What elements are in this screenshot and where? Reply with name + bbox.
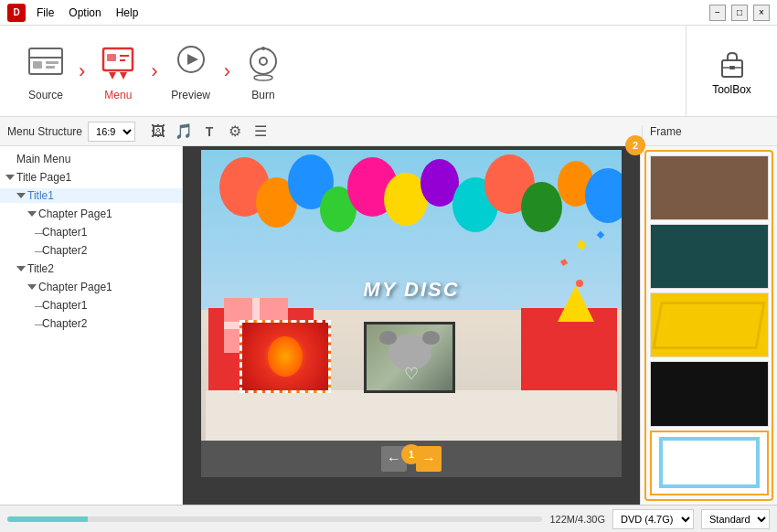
toolbox-icon — [714, 47, 750, 83]
menu-structure-label: Menu Structure — [7, 125, 82, 138]
expand-chapterpage1-t1[interactable] — [26, 211, 38, 217]
frame-yellow-fill — [651, 293, 768, 356]
svg-point-16 — [254, 75, 272, 80]
chapterpage1-t2-text: Chapter Page1 — [38, 281, 112, 293]
music-icon[interactable]: 🎵 — [174, 122, 194, 142]
toolbox-svg-icon — [715, 48, 750, 82]
status-bar: 122M/4.30G DVD (4.7G) DVD (8.5G) Blu-ray… — [0, 505, 777, 532]
menu-icon-wrapper — [96, 41, 140, 85]
layers-icon[interactable]: ☰ — [250, 122, 271, 142]
text-icon[interactable]: T — [199, 122, 219, 142]
frame-brown[interactable] — [650, 155, 769, 220]
title2-text: Title2 — [27, 262, 54, 275]
chapter2-t1-text: Chapter2 — [42, 244, 87, 257]
tree-item-chapter1-t2[interactable]: — Chapter1 — [0, 296, 182, 314]
status-progress-bar — [7, 516, 542, 522]
close-btn[interactable]: × — [753, 5, 770, 21]
image-icon[interactable]: 🖼 — [148, 122, 168, 142]
tree-item-chapterpage1-t1[interactable]: Chapter Page1 — [0, 205, 182, 223]
preview-nav: 1 ← → — [201, 441, 622, 477]
tree-item-chapter2-t1[interactable]: — Chapter2 — [0, 241, 182, 260]
disc-title: MY DISC — [363, 278, 459, 302]
toolbar-menu[interactable]: Menu — [81, 35, 154, 108]
app-logo: D — [7, 4, 26, 22]
preview-icon — [171, 45, 211, 81]
disc-type-select[interactable]: DVD (4.7G) DVD (8.5G) Blu-ray 25G — [612, 509, 694, 529]
svg-rect-2 — [33, 61, 42, 69]
toolbar-arrow-1: › — [79, 59, 85, 83]
frame-brown-fill — [651, 156, 768, 219]
source-icon — [26, 45, 66, 81]
maximize-btn[interactable]: □ — [731, 5, 748, 21]
expand-titlepage1[interactable] — [4, 175, 16, 180]
toolbox-badge: 2 — [625, 135, 645, 155]
chapter1-t2-text: Chapter1 — [42, 299, 87, 312]
svg-rect-19 — [729, 66, 735, 69]
menu-icon — [98, 45, 138, 81]
menu-help[interactable]: Help — [116, 6, 139, 19]
source-icon-wrapper — [24, 41, 68, 85]
frame-white-border[interactable] — [650, 431, 769, 495]
minimize-btn[interactable]: − — [709, 5, 726, 21]
tree-panel: Main Menu Title Page1 Title1 Chapter Pag… — [0, 146, 183, 505]
toolbox-frames-scroll — [644, 150, 773, 501]
burn-label: Burn — [251, 89, 274, 101]
source-label: Source — [28, 89, 63, 101]
titlepage1-text: Title Page1 — [16, 171, 71, 184]
tree-item-title1[interactable]: Title1 — [0, 186, 182, 205]
tree-item-chapter1-t1[interactable]: — Chapter1 — [0, 223, 182, 241]
tree-item-mainmenu[interactable]: Main Menu — [0, 150, 182, 168]
secondary-toolbar: Menu Structure 16:9 4:3 🖼 🎵 T ⚙ ☰ Frame — [0, 117, 777, 146]
sec-toolbar-icons: 🖼 🎵 T ⚙ ☰ — [148, 122, 271, 142]
chapterpage1-t1-text: Chapter Page1 — [38, 207, 112, 220]
file-size: 122M/4.30G — [549, 514, 605, 525]
tree-item-chapterpage1-t2[interactable]: Chapter Page1 — [0, 278, 182, 296]
tree-item-title2[interactable]: Title2 — [0, 260, 182, 278]
menu-option[interactable]: Option — [69, 6, 101, 19]
burn-icon — [243, 45, 283, 81]
burn-icon-wrapper — [241, 41, 285, 85]
toolbar-preview[interactable]: Preview — [154, 35, 228, 108]
yellow-parallelogram — [653, 302, 766, 349]
frame-teal[interactable] — [650, 224, 769, 289]
preview-label: Preview — [171, 89, 210, 101]
preview-area: MY DISC ♡ 1 ← → — [183, 146, 640, 505]
frame-black-fill — [651, 362, 768, 425]
settings-icon[interactable]: ⚙ — [225, 122, 245, 142]
frame-teal-fill — [651, 225, 768, 288]
toolbar-burn[interactable]: Burn — [227, 35, 300, 108]
title1-text: Title1 — [27, 189, 54, 202]
quality-select[interactable]: Standard High Low — [701, 509, 770, 529]
nav-badge: 1 — [401, 444, 421, 464]
expand-title1[interactable] — [15, 193, 27, 198]
frame-yellow[interactable] — [650, 293, 769, 357]
preview-canvas: MY DISC ♡ — [201, 150, 622, 441]
expand-title2[interactable] — [15, 266, 27, 271]
toolbox-section-label: Frame — [642, 125, 770, 138]
toolbar-arrow-2: › — [151, 59, 157, 83]
chapter1-t1-text: Chapter1 — [42, 226, 87, 239]
menu-file[interactable]: File — [37, 6, 54, 19]
svg-marker-10 — [120, 72, 127, 80]
svg-point-13 — [250, 48, 276, 74]
toolbar-arrow-3: › — [224, 59, 230, 83]
svg-point-15 — [261, 47, 265, 50]
title-bar-left: D File Option Help — [7, 4, 138, 22]
aspect-ratio-select[interactable]: 16:9 4:3 — [88, 122, 135, 142]
heart-icon: ♡ — [404, 364, 419, 384]
svg-rect-6 — [107, 54, 116, 61]
toolbar-toolbox[interactable]: ToolBox — [686, 26, 777, 116]
toolbar-source[interactable]: Source — [9, 35, 82, 108]
tree-item-titlepage1[interactable]: Title Page1 — [0, 168, 182, 186]
mainmenu-text: Main Menu — [16, 153, 70, 165]
toolbox-label: ToolBox — [712, 83, 751, 96]
tree-item-chapter2-t2[interactable]: — Chapter2 — [0, 314, 182, 333]
toolbox-panel: 2 — [640, 146, 777, 505]
title-bar: D File Option Help − □ × — [0, 0, 777, 26]
expand-chapterpage1-t2[interactable] — [26, 284, 38, 290]
svg-marker-9 — [109, 72, 116, 80]
menu-label: Menu — [104, 89, 132, 101]
photo-frame-1 — [239, 320, 331, 393]
frame-black[interactable] — [650, 361, 769, 426]
svg-marker-12 — [187, 54, 198, 65]
